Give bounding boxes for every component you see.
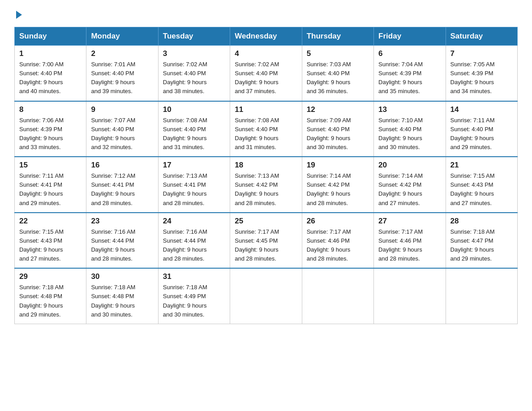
calendar-day-cell: 4 Sunrise: 7:02 AMSunset: 4:40 PMDayligh…	[230, 46, 302, 101]
day-number: 24	[163, 217, 225, 226]
calendar-day-cell	[302, 268, 373, 324]
day-info: Sunrise: 7:16 AMSunset: 4:44 PMDaylight:…	[163, 228, 207, 262]
calendar-day-cell: 10 Sunrise: 7:08 AMSunset: 4:40 PMDaylig…	[158, 101, 230, 157]
day-number: 14	[450, 105, 513, 114]
day-number: 10	[163, 105, 225, 114]
calendar-day-cell: 26 Sunrise: 7:17 AMSunset: 4:46 PMDaylig…	[302, 213, 373, 269]
calendar-week-row: 29 Sunrise: 7:18 AMSunset: 4:48 PMDaylig…	[15, 268, 518, 324]
calendar-day-cell: 27 Sunrise: 7:17 AMSunset: 4:46 PMDaylig…	[374, 213, 446, 269]
day-number: 11	[235, 105, 297, 114]
calendar-day-cell: 29 Sunrise: 7:18 AMSunset: 4:48 PMDaylig…	[15, 268, 86, 324]
calendar-day-cell: 30 Sunrise: 7:18 AMSunset: 4:48 PMDaylig…	[86, 268, 158, 324]
day-info: Sunrise: 7:14 AMSunset: 4:42 PMDaylight:…	[307, 172, 351, 206]
calendar-day-cell: 23 Sunrise: 7:16 AMSunset: 4:44 PMDaylig…	[86, 213, 158, 269]
day-number: 6	[378, 49, 441, 58]
day-info: Sunrise: 7:18 AMSunset: 4:48 PMDaylight:…	[91, 284, 135, 317]
calendar-week-row: 8 Sunrise: 7:06 AMSunset: 4:39 PMDayligh…	[15, 101, 518, 157]
calendar-day-cell: 7 Sunrise: 7:05 AMSunset: 4:39 PMDayligh…	[446, 46, 517, 101]
calendar-day-cell: 24 Sunrise: 7:16 AMSunset: 4:44 PMDaylig…	[158, 213, 230, 269]
day-info: Sunrise: 7:18 AMSunset: 4:48 PMDaylight:…	[19, 284, 64, 317]
calendar-day-cell: 3 Sunrise: 7:02 AMSunset: 4:40 PMDayligh…	[158, 46, 230, 101]
day-info: Sunrise: 7:11 AMSunset: 4:40 PMDaylight:…	[450, 117, 495, 150]
day-info: Sunrise: 7:02 AMSunset: 4:40 PMDaylight:…	[235, 61, 279, 94]
day-number: 25	[235, 217, 297, 226]
calendar-day-cell: 15 Sunrise: 7:11 AMSunset: 4:41 PMDaylig…	[15, 157, 86, 213]
calendar-day-cell: 13 Sunrise: 7:10 AMSunset: 4:40 PMDaylig…	[374, 101, 446, 157]
calendar-header-monday: Monday	[86, 27, 158, 46]
day-info: Sunrise: 7:17 AMSunset: 4:46 PMDaylight:…	[378, 228, 423, 262]
day-info: Sunrise: 7:03 AMSunset: 4:40 PMDaylight:…	[307, 61, 351, 94]
day-number: 4	[235, 49, 297, 58]
day-number: 1	[19, 49, 82, 58]
day-number: 7	[450, 49, 513, 58]
day-info: Sunrise: 7:11 AMSunset: 4:41 PMDaylight:…	[19, 172, 64, 206]
day-number: 21	[450, 161, 513, 170]
calendar-day-cell: 18 Sunrise: 7:13 AMSunset: 4:42 PMDaylig…	[230, 157, 302, 213]
calendar-header-thursday: Thursday	[302, 27, 373, 46]
calendar-day-cell: 2 Sunrise: 7:01 AMSunset: 4:40 PMDayligh…	[86, 46, 158, 101]
calendar-week-row: 1 Sunrise: 7:00 AMSunset: 4:40 PMDayligh…	[15, 46, 518, 101]
day-number: 19	[307, 161, 369, 170]
page-header	[14, 11, 518, 19]
calendar-header-friday: Friday	[374, 27, 446, 46]
calendar-header-sunday: Sunday	[15, 27, 86, 46]
day-info: Sunrise: 7:18 AMSunset: 4:47 PMDaylight:…	[450, 228, 495, 262]
calendar-day-cell	[374, 268, 446, 324]
day-info: Sunrise: 7:06 AMSunset: 4:39 PMDaylight:…	[19, 117, 64, 150]
calendar-day-cell: 14 Sunrise: 7:11 AMSunset: 4:40 PMDaylig…	[446, 101, 517, 157]
calendar-day-cell	[230, 268, 302, 324]
day-info: Sunrise: 7:04 AMSunset: 4:39 PMDaylight:…	[378, 61, 423, 94]
logo-triangle-icon	[16, 11, 22, 19]
logo	[14, 11, 22, 19]
calendar-header-saturday: Saturday	[446, 27, 517, 46]
day-number: 2	[91, 49, 153, 58]
day-number: 30	[91, 272, 153, 281]
calendar-day-cell: 11 Sunrise: 7:08 AMSunset: 4:40 PMDaylig…	[230, 101, 302, 157]
day-info: Sunrise: 7:15 AMSunset: 4:43 PMDaylight:…	[19, 228, 64, 262]
calendar-table: SundayMondayTuesdayWednesdayThursdayFrid…	[14, 27, 518, 324]
day-number: 9	[91, 105, 153, 114]
day-info: Sunrise: 7:18 AMSunset: 4:49 PMDaylight:…	[163, 284, 207, 317]
calendar-header-tuesday: Tuesday	[158, 27, 230, 46]
logo-blue-text	[14, 11, 22, 19]
calendar-day-cell: 17 Sunrise: 7:13 AMSunset: 4:41 PMDaylig…	[158, 157, 230, 213]
day-number: 8	[19, 105, 82, 114]
day-info: Sunrise: 7:00 AMSunset: 4:40 PMDaylight:…	[19, 61, 64, 94]
day-number: 5	[307, 49, 369, 58]
day-number: 29	[19, 272, 82, 281]
day-number: 22	[19, 217, 82, 226]
day-number: 16	[91, 161, 153, 170]
day-number: 23	[91, 217, 153, 226]
day-info: Sunrise: 7:05 AMSunset: 4:39 PMDaylight:…	[450, 61, 495, 94]
calendar-day-cell: 8 Sunrise: 7:06 AMSunset: 4:39 PMDayligh…	[15, 101, 86, 157]
day-info: Sunrise: 7:13 AMSunset: 4:41 PMDaylight:…	[163, 172, 207, 206]
calendar-day-cell: 6 Sunrise: 7:04 AMSunset: 4:39 PMDayligh…	[374, 46, 446, 101]
calendar-day-cell: 25 Sunrise: 7:17 AMSunset: 4:45 PMDaylig…	[230, 213, 302, 269]
calendar-header-row: SundayMondayTuesdayWednesdayThursdayFrid…	[15, 27, 518, 46]
day-number: 31	[163, 272, 225, 281]
calendar-day-cell: 22 Sunrise: 7:15 AMSunset: 4:43 PMDaylig…	[15, 213, 86, 269]
calendar-day-cell	[446, 268, 517, 324]
calendar-day-cell: 28 Sunrise: 7:18 AMSunset: 4:47 PMDaylig…	[446, 213, 517, 269]
day-number: 26	[307, 217, 369, 226]
calendar-header-wednesday: Wednesday	[230, 27, 302, 46]
calendar-day-cell: 16 Sunrise: 7:12 AMSunset: 4:41 PMDaylig…	[86, 157, 158, 213]
day-number: 28	[450, 217, 513, 226]
day-info: Sunrise: 7:08 AMSunset: 4:40 PMDaylight:…	[235, 117, 279, 150]
calendar-day-cell: 19 Sunrise: 7:14 AMSunset: 4:42 PMDaylig…	[302, 157, 373, 213]
day-info: Sunrise: 7:12 AMSunset: 4:41 PMDaylight:…	[91, 172, 135, 206]
day-info: Sunrise: 7:15 AMSunset: 4:43 PMDaylight:…	[450, 172, 495, 206]
day-info: Sunrise: 7:02 AMSunset: 4:40 PMDaylight:…	[163, 61, 207, 94]
calendar-day-cell: 21 Sunrise: 7:15 AMSunset: 4:43 PMDaylig…	[446, 157, 517, 213]
day-info: Sunrise: 7:10 AMSunset: 4:40 PMDaylight:…	[378, 117, 423, 150]
calendar-day-cell: 31 Sunrise: 7:18 AMSunset: 4:49 PMDaylig…	[158, 268, 230, 324]
day-info: Sunrise: 7:09 AMSunset: 4:40 PMDaylight:…	[307, 117, 351, 150]
day-number: 13	[378, 105, 441, 114]
day-number: 18	[235, 161, 297, 170]
day-number: 20	[378, 161, 441, 170]
day-number: 15	[19, 161, 82, 170]
day-info: Sunrise: 7:16 AMSunset: 4:44 PMDaylight:…	[91, 228, 135, 262]
calendar-day-cell: 5 Sunrise: 7:03 AMSunset: 4:40 PMDayligh…	[302, 46, 373, 101]
day-info: Sunrise: 7:17 AMSunset: 4:45 PMDaylight:…	[235, 228, 279, 262]
day-info: Sunrise: 7:14 AMSunset: 4:42 PMDaylight:…	[378, 172, 423, 206]
